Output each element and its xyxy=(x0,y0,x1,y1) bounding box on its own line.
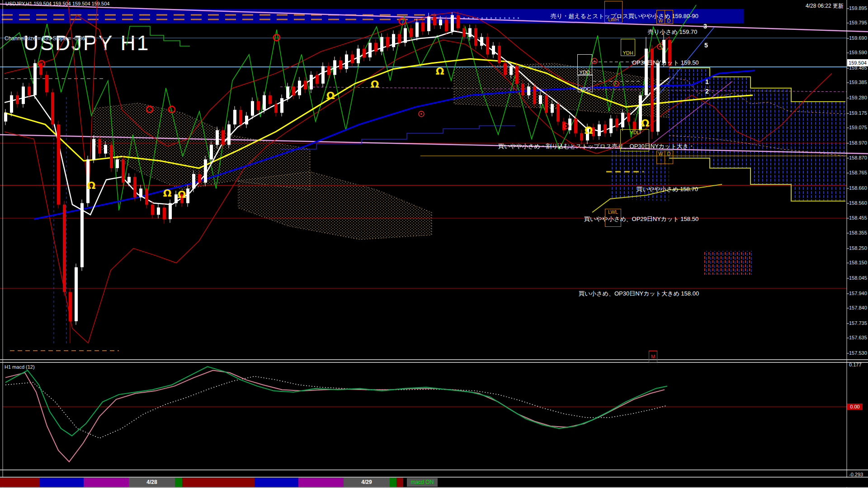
candle-body xyxy=(486,37,489,55)
candle-body xyxy=(304,81,307,89)
d-top-box: D xyxy=(665,10,673,24)
price-axis-tick: 158.150 xyxy=(849,260,867,265)
current-price-tag: 159.504 xyxy=(847,59,868,66)
candle-body xyxy=(75,267,78,321)
note-sell-15970: 売り小さめ 159.70 xyxy=(648,28,697,36)
candle-body xyxy=(327,66,330,75)
candle-body xyxy=(604,124,607,133)
candle-body xyxy=(269,95,272,104)
price-axis-tick: 159.075 xyxy=(849,125,867,130)
w-top-box: W xyxy=(656,10,665,24)
chart-canvas[interactable]: ΩΩΩΩΩΩΩΩ xyxy=(0,0,868,488)
candle-body xyxy=(462,28,466,37)
candle-body xyxy=(280,98,283,113)
candle-body xyxy=(28,87,31,95)
candle-body xyxy=(368,43,372,57)
price-axis-tick: 158.250 xyxy=(849,245,867,251)
candle-body xyxy=(598,124,601,136)
macd-signal-dotted xyxy=(5,376,667,438)
candle-body xyxy=(415,23,419,37)
omega-signal-icon: Ω xyxy=(178,189,186,200)
candle-body xyxy=(80,203,84,267)
price-axis-tick: 159.895 xyxy=(849,5,867,11)
candle-body xyxy=(316,75,319,84)
channel-info-label: Channel size = 835 Slope = -0.86 xyxy=(5,35,85,42)
line-number-label: 5 xyxy=(704,42,708,49)
candle-body xyxy=(433,17,436,25)
candle-body xyxy=(92,139,95,160)
candle-body xyxy=(498,46,501,63)
candle-body xyxy=(139,188,142,197)
candle-body xyxy=(551,104,554,113)
price-axis-tick: 158.045 xyxy=(849,275,867,281)
timeline-segment xyxy=(84,478,129,487)
candle-body xyxy=(545,95,548,113)
timeline-segment xyxy=(40,478,84,487)
last-update-label: 4/28 06:22 更新 xyxy=(806,2,844,10)
quote-line: USDJPY,H1 159.504 159.504 159.504 159.50… xyxy=(5,1,109,6)
candle-body xyxy=(133,177,137,197)
candle-body xyxy=(186,188,189,203)
candle-body xyxy=(557,104,560,122)
ydc-box: YDC xyxy=(578,75,593,92)
macd-on-badge: macd ON xyxy=(407,478,438,487)
candle-body xyxy=(39,63,42,75)
candle-body xyxy=(398,34,401,42)
candle-body xyxy=(169,203,172,220)
lwh-box: LWH xyxy=(604,1,623,23)
candle-body xyxy=(386,37,389,47)
timeline-segment xyxy=(0,478,40,487)
timeline-date-label: 4/29 xyxy=(344,479,390,485)
candle-body xyxy=(509,66,513,75)
price-axis-tick: 158.765 xyxy=(849,170,867,175)
target-dot-icon xyxy=(615,83,617,84)
timeline-segment xyxy=(175,478,182,487)
target-dot-icon xyxy=(420,113,422,115)
price-axis-tick: 159.280 xyxy=(849,95,867,100)
omega-signal-icon: Ω xyxy=(436,66,444,77)
candle-body xyxy=(257,101,260,110)
price-axis-tick: 157.635 xyxy=(849,335,867,340)
candle-body xyxy=(568,118,571,130)
price-axis-tick: 158.455 xyxy=(849,215,867,221)
candle-body xyxy=(45,75,48,93)
candle-body xyxy=(345,55,348,69)
candle-body xyxy=(157,207,160,215)
sell-ring-icon xyxy=(274,34,280,41)
candle-body xyxy=(69,292,72,321)
candle-body xyxy=(245,116,248,124)
candle-body xyxy=(63,205,66,292)
macd-zero-tag: 0.00 xyxy=(847,404,863,410)
candle-body xyxy=(251,101,254,116)
candle-body xyxy=(533,87,536,104)
candle-body xyxy=(286,87,289,99)
candle-body xyxy=(163,207,166,219)
candle-body xyxy=(22,87,25,104)
candle-body xyxy=(521,84,524,95)
omega-signal-icon: Ω xyxy=(87,180,96,191)
price-axis-tick: 157.530 xyxy=(849,350,867,356)
candle-body xyxy=(274,104,278,113)
candle-body xyxy=(656,63,660,132)
omega-signal-icon: Ω xyxy=(585,125,593,136)
candle-body xyxy=(145,188,148,205)
omega-signal-icon: Ω xyxy=(326,90,335,101)
candle-body xyxy=(321,66,325,84)
candle-body xyxy=(16,95,19,104)
line-number-label: 1 xyxy=(705,78,709,85)
candle-body xyxy=(527,87,530,95)
omega-signal-icon: Ω xyxy=(163,188,172,199)
price-axis-tick: 157.735 xyxy=(849,320,867,326)
price-axis-tick: 157.840 xyxy=(849,305,867,310)
ydh-box: YDH xyxy=(621,39,635,56)
candle-body xyxy=(222,130,225,145)
timeline-segment xyxy=(396,478,403,487)
candle-body xyxy=(116,160,119,168)
timeline-segment xyxy=(182,478,255,487)
price-axis-tick: 159.690 xyxy=(849,35,867,41)
candle-body xyxy=(227,124,231,145)
overlay-line xyxy=(127,26,190,46)
candle-body xyxy=(621,113,624,127)
d-low-box: D xyxy=(665,150,673,164)
macd-green-line xyxy=(5,366,667,436)
